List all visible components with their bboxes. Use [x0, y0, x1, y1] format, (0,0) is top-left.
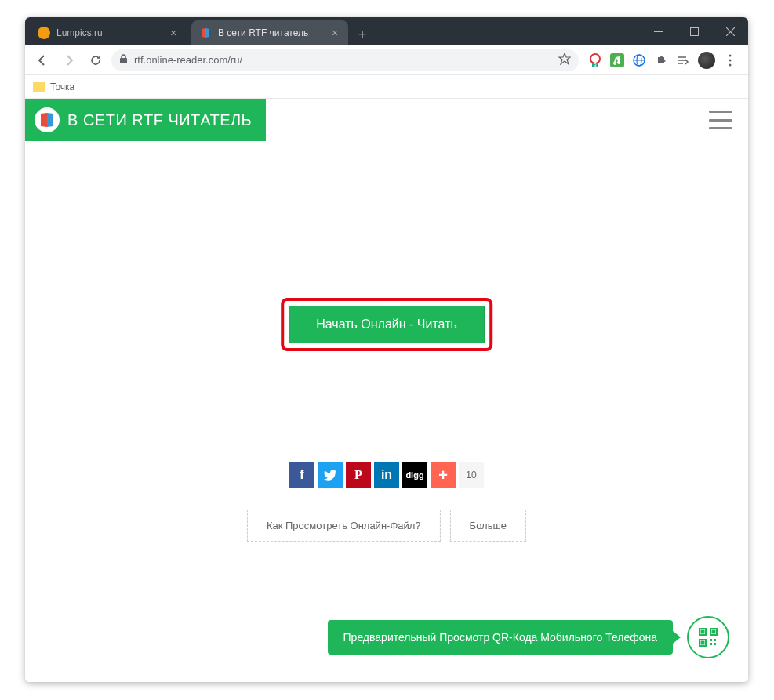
bookmark-folder[interactable]: Точка	[33, 82, 74, 92]
svg-rect-23	[710, 643, 712, 645]
reload-button[interactable]	[85, 49, 107, 71]
folder-icon	[33, 82, 45, 92]
close-icon[interactable]: ×	[329, 27, 340, 38]
tab-lumpics[interactable]: Lumpics.ru ×	[30, 20, 187, 45]
howto-link[interactable]: Как Просмотреть Онлайн-Файл?	[247, 510, 441, 542]
ext-puzzle-icon[interactable]	[654, 53, 668, 67]
logo-icon	[35, 107, 60, 132]
qr-code-icon[interactable]	[687, 616, 729, 658]
close-button[interactable]	[712, 17, 748, 45]
svg-rect-22	[714, 639, 716, 641]
ext-music-icon[interactable]	[610, 53, 624, 67]
lock-icon	[119, 54, 128, 67]
hamburger-menu[interactable]	[709, 111, 732, 129]
back-button[interactable]	[31, 49, 53, 71]
tab-rtf-reader[interactable]: В сети RTF читатель ×	[191, 20, 348, 45]
svg-point-12	[729, 54, 732, 56]
favicon-lumpics	[38, 27, 50, 39]
svg-rect-20	[702, 642, 704, 644]
new-tab-button[interactable]: +	[351, 24, 373, 45]
menu-icon[interactable]	[723, 53, 737, 67]
titlebar: Lumpics.ru × В сети RTF читатель × +	[25, 17, 748, 45]
minimize-button[interactable]	[640, 17, 676, 45]
social-share-row: f P in digg + 10	[289, 462, 484, 488]
svg-rect-2	[120, 58, 127, 63]
tab-title: Lumpics.ru	[56, 27, 162, 38]
svg-rect-18	[713, 631, 715, 633]
start-read-button[interactable]: Начать Онлайн - Читать	[289, 306, 485, 343]
qr-preview-button[interactable]: Предварительный Просмотр QR-Кода Мобильн…	[328, 620, 673, 655]
share-pinterest[interactable]: P	[346, 462, 371, 488]
ext-adblock-icon[interactable]: 3	[588, 53, 602, 67]
browser-window: Lumpics.ru × В сети RTF читатель × +	[25, 17, 748, 682]
share-count: 10	[459, 462, 484, 488]
share-linkedin[interactable]: in	[374, 462, 399, 488]
qr-banner: Предварительный Просмотр QR-Кода Мобильн…	[328, 616, 729, 658]
cta-highlight: Начать Онлайн - Читать	[281, 298, 492, 351]
address-bar: rtf.online-reader.com/ru/ 3	[25, 45, 748, 75]
site-header: В СЕТИ RTF ЧИТАТЕЛЬ	[25, 99, 748, 141]
svg-rect-1	[690, 27, 698, 35]
tab-title: В сети RTF читатель	[218, 27, 323, 38]
share-digg[interactable]: digg	[402, 462, 427, 488]
ext-readlist-icon[interactable]	[676, 53, 690, 67]
bookmarks-bar: Точка	[25, 75, 748, 99]
more-link[interactable]: Больше	[450, 510, 527, 542]
svg-rect-24	[714, 643, 716, 645]
url-text: rtf.online-reader.com/ru/	[134, 54, 552, 66]
maximize-button[interactable]	[676, 17, 712, 45]
omnibox[interactable]: rtf.online-reader.com/ru/	[111, 49, 579, 71]
svg-point-13	[729, 59, 732, 61]
main-area: Начать Онлайн - Читать f P in digg + 10 …	[25, 141, 748, 682]
avatar[interactable]	[698, 52, 715, 69]
logo-text: В СЕТИ RTF ЧИТАТЕЛЬ	[67, 111, 252, 129]
window-controls	[640, 17, 748, 45]
svg-rect-21	[710, 639, 712, 641]
share-twitter[interactable]	[318, 462, 343, 488]
svg-rect-16	[702, 631, 704, 633]
tabs-area: Lumpics.ru × В сети RTF читатель × +	[25, 17, 640, 45]
star-icon[interactable]	[558, 53, 571, 68]
svg-rect-0	[654, 31, 663, 32]
page-content: В СЕТИ RTF ЧИТАТЕЛЬ Начать Онлайн - Чита…	[25, 99, 748, 682]
favicon-rtf	[199, 27, 212, 39]
forward-button[interactable]	[58, 49, 80, 71]
site-logo[interactable]: В СЕТИ RTF ЧИТАТЕЛЬ	[25, 99, 266, 141]
close-icon[interactable]: ×	[168, 27, 179, 38]
help-links-row: Как Просмотреть Онлайн-Файл? Больше	[247, 510, 526, 542]
ext-globe-icon[interactable]	[632, 53, 646, 67]
share-more[interactable]: +	[431, 462, 456, 488]
extensions-area: 3	[583, 52, 742, 69]
share-facebook[interactable]: f	[289, 462, 314, 488]
svg-point-14	[729, 63, 732, 66]
bookmark-label: Точка	[50, 82, 74, 92]
